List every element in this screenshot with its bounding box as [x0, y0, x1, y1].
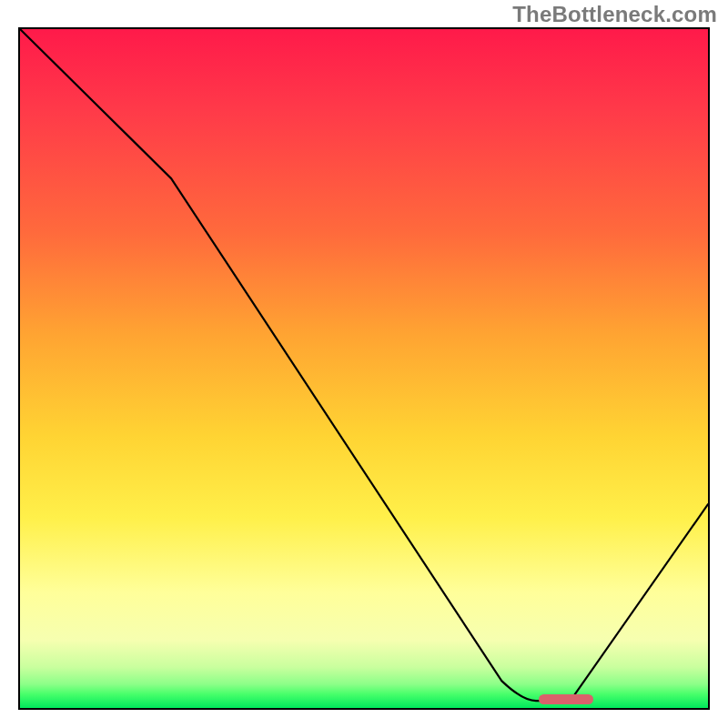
bottleneck-curve	[20, 29, 708, 701]
plot-area	[18, 27, 710, 710]
watermark-text: TheBottleneck.com	[512, 2, 717, 27]
optimal-marker	[539, 694, 593, 704]
chart-container: TheBottleneck.com	[0, 0, 728, 728]
curve-svg	[20, 29, 708, 708]
